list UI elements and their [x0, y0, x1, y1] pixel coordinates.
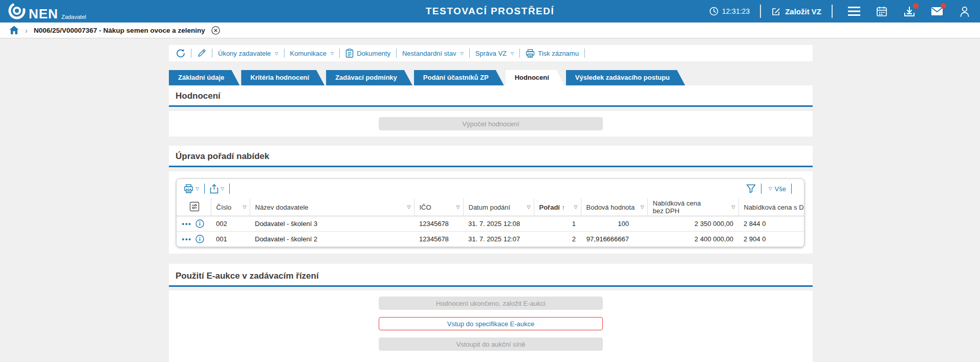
chevron-down-icon: ▽: [331, 51, 334, 56]
toolbar-item-dokumenty[interactable]: Dokumenty: [345, 49, 390, 58]
create-vz-label: Založit VZ: [785, 7, 821, 16]
section-title: Použití E-aukce v zadávacím řízení: [176, 271, 813, 281]
clipboard-icon: [345, 49, 354, 58]
tab-zadavaci-podminky[interactable]: Zadávací podmínky: [326, 70, 412, 85]
vypocet-hodnoceni-button[interactable]: Výpočet hodnocení: [379, 117, 603, 130]
chevron-right-icon: ›: [25, 26, 28, 35]
toolbar-item-nestandardni-stav[interactable]: Nestandardní stav ▽: [402, 50, 464, 57]
breadcrumb-title: N006/25/V00007367 - Nákup semen ovoce a …: [34, 27, 205, 34]
grid-view-all[interactable]: Vše: [775, 185, 786, 193]
divider: [212, 49, 212, 58]
column-header-bodova-hodnota[interactable]: Bodová hodnota▽: [581, 198, 647, 216]
chevron-down-icon: ▽: [275, 51, 278, 56]
notification-badge: [941, 3, 946, 9]
filter-icon[interactable]: ▽: [641, 203, 644, 211]
nen-logo-icon: [8, 2, 26, 19]
refresh-icon: [176, 49, 185, 58]
column-label: Nabídková cena bez DPH: [653, 199, 713, 215]
grid-export-button[interactable]: [210, 184, 219, 194]
chevron-down-icon[interactable]: ▽: [221, 186, 224, 191]
grid-filter-button[interactable]: [746, 184, 756, 193]
cell-bodova: 97,916666667: [581, 232, 647, 247]
divider: [791, 184, 792, 194]
column-header-poradi[interactable]: Pořadí ↑▽: [534, 198, 581, 216]
toolbar-item-label: Dokumenty: [357, 50, 390, 57]
column-label: Název dodavatele: [255, 203, 309, 211]
filter-icon[interactable]: ▽: [527, 203, 531, 211]
messages-button[interactable]: [931, 5, 943, 17]
tab-zakladni-udaje[interactable]: Základní údaje: [169, 70, 239, 85]
funnel-icon: [746, 184, 756, 193]
tab-podani-ucastniku-zp[interactable]: Podání účastníků ZP: [414, 70, 504, 85]
row-menu-icon[interactable]: ●●●: [182, 237, 191, 242]
toolbar-item-label: Komunikace: [290, 50, 327, 57]
column-header-ico[interactable]: IČO▽: [414, 198, 463, 216]
grid-toolbar: ▽ ▽ ▽ Vše: [177, 179, 804, 198]
refresh-button[interactable]: [176, 49, 185, 58]
chevron-down-icon[interactable]: ▽: [769, 186, 772, 191]
toolbar-item-label: Tisk záznamu: [538, 50, 579, 57]
toolbar-item-komunikace[interactable]: Komunikace ▽: [290, 50, 334, 57]
filter-icon[interactable]: ▽: [456, 203, 460, 211]
person-icon: [960, 6, 970, 17]
breadcrumb: › N006/25/V00007367 - Nákup semen ovoce …: [0, 22, 980, 38]
divider: [339, 49, 340, 58]
create-vz-button[interactable]: Založit VZ: [771, 7, 821, 16]
edit-button[interactable]: [197, 49, 206, 58]
section-hodnoceni-header: Hodnocení: [169, 85, 813, 105]
logo-text: NEN: [29, 7, 58, 20]
calendar-button[interactable]: [876, 5, 888, 17]
home-icon[interactable]: [9, 26, 19, 35]
toolbar-item-label: Úkony zadavatele: [218, 50, 271, 57]
column-settings-header[interactable]: [177, 198, 211, 216]
column-header-cena-s-dph[interactable]: Nabídková cena s DPH: [738, 198, 804, 216]
row-menu-icon[interactable]: ●●●: [182, 221, 191, 227]
nen-logo[interactable]: NEN Zadavatel: [8, 2, 86, 20]
column-header-datum-podani[interactable]: Datum podání▽: [463, 198, 534, 216]
close-tab-icon[interactable]: [211, 26, 220, 35]
divider: [519, 49, 520, 58]
column-header-cena-bez-dph[interactable]: Nabídková cena bez DPH▽: [647, 198, 738, 216]
notification-badge: [913, 3, 919, 9]
divider: [229, 184, 230, 194]
tab-hodnoceni[interactable]: Hodnocení: [506, 70, 564, 85]
toolbar-item-tisk-zaznamu[interactable]: Tisk záznamu: [526, 49, 579, 58]
compose-icon: [771, 7, 781, 16]
cell-nazev: Dodavatel - školení 3: [250, 216, 414, 232]
toolbar-item-sprava-vz[interactable]: Správa VZ ▽: [475, 50, 514, 57]
info-icon[interactable]: [195, 235, 204, 243]
column-label: Číslo: [216, 203, 232, 211]
filter-icon[interactable]: ▽: [574, 203, 578, 211]
toolbar-item-ukony-zadavatele[interactable]: Úkony zadavatele ▽: [218, 50, 278, 57]
grid-print-button[interactable]: [184, 184, 193, 193]
current-time: 12:31:23: [722, 7, 750, 15]
chevron-down-icon: ▽: [460, 51, 463, 56]
section-title: Úprava pořadí nabídek: [176, 151, 813, 162]
table-row[interactable]: ●●● 001 Dodavatel - školení 2 12345678 3…: [177, 232, 804, 247]
filter-icon[interactable]: ▽: [407, 203, 411, 211]
tab-kriteria-hodnoceni[interactable]: Kritéria hodnocení: [241, 70, 324, 85]
table-row[interactable]: ●●● 002 Dodavatel - školení 3 12345678 3…: [177, 216, 804, 232]
chevron-down-icon[interactable]: ▽: [195, 186, 199, 191]
filter-icon[interactable]: ▽: [243, 203, 247, 211]
downloads-button[interactable]: [903, 5, 916, 17]
vstup-specifikace-eaukce-button[interactable]: Vstup do specifikace E-aukce: [379, 317, 603, 330]
tab-vysledek-zadavaciho-postupu[interactable]: Výsledek zadávacího postupu: [566, 70, 685, 85]
column-header-nazev-dodavatele[interactable]: Název dodavatele▽: [250, 198, 414, 216]
filter-icon[interactable]: ▽: [732, 203, 735, 211]
column-header-cislo[interactable]: Číslo▽: [211, 198, 250, 216]
user-profile-button[interactable]: [959, 5, 971, 17]
menu-button[interactable]: [848, 5, 860, 17]
divider: [396, 49, 397, 58]
column-settings-icon: [189, 201, 200, 212]
info-icon[interactable]: [195, 219, 204, 228]
chevron-down-icon: ▽: [511, 51, 514, 56]
vstoupit-aukcni-sine-button[interactable]: Vstoupit do aukční síně: [379, 337, 603, 351]
clock: 12:31:23: [709, 7, 750, 16]
clock-icon: [709, 7, 718, 16]
cell-nazev: Dodavatel - školení 2: [250, 232, 414, 247]
record-toolbar: Úkony zadavatele ▽ Komunikace ▽ Dokument…: [169, 45, 813, 61]
cell-poradi: 2: [534, 232, 581, 247]
hodnoceni-ukonceno-button[interactable]: Hodnocení ukončeno, založit E-aukci: [379, 297, 603, 310]
cell-cislo: 002: [211, 216, 250, 232]
